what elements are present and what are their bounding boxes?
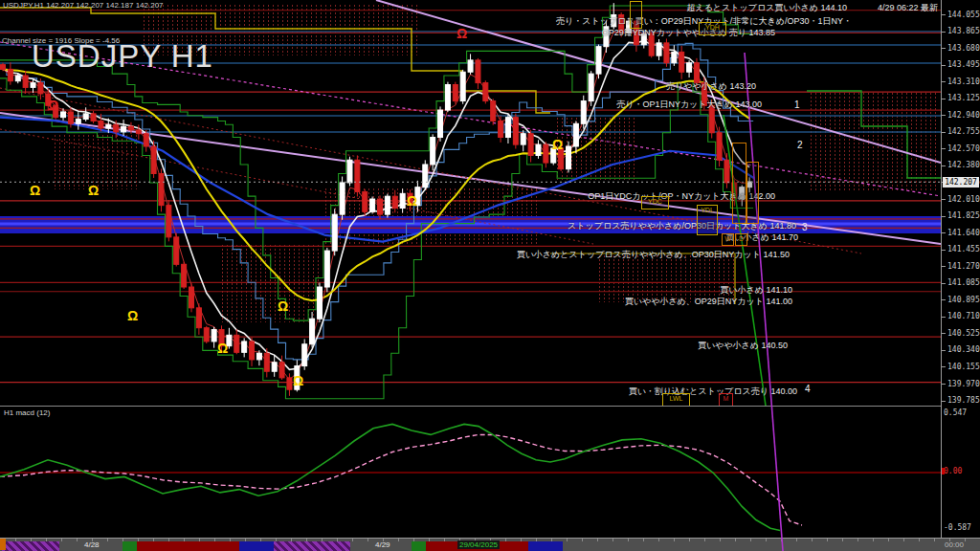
axis-tick	[942, 199, 946, 200]
timeline-date-1: 4/28	[84, 540, 100, 549]
price-axis-label: 141.455	[947, 245, 980, 253]
wave-count-label: 1	[794, 99, 800, 110]
timeline-session-block	[122, 541, 137, 551]
axis-tick	[942, 132, 946, 133]
symbol-ohlc-line: USDJPY,H1 142.207 142.207 142.187 142.20…	[3, 1, 164, 10]
timeline-session-block	[412, 541, 426, 551]
macd-panel[interactable]	[0, 406, 941, 539]
timeline-session-block	[274, 541, 350, 551]
price-axis-label: 139.970	[947, 380, 980, 388]
price-axis[interactable]: 142.207 144.055143.865143.680143.495143.…	[941, 0, 980, 538]
macd-axis-zero: 0.00	[944, 467, 962, 475]
price-axis-label: 141.640	[947, 229, 980, 237]
pivot-marker-box	[630, 1, 642, 29]
price-axis-label: 141.825	[947, 211, 980, 220]
price-axis-label: 143.125	[947, 94, 980, 102]
omega-signal-icon: Ω	[407, 194, 417, 208]
axis-tick	[942, 32, 946, 33]
timeline-date-2: 4/29	[375, 540, 390, 549]
wave-count-label: 4	[805, 384, 811, 394]
macd-axis-top: 0.547	[944, 408, 967, 417]
timeline-strip[interactable]: 4/28 4/29 29/04/2025 00:00	[0, 538, 980, 551]
axis-tick	[942, 232, 946, 233]
axis-tick	[942, 14, 946, 15]
pivot-marker-box: YDH	[699, 22, 726, 35]
macd-zero-marker	[942, 468, 945, 474]
order-annotation: 買い小さめとストップロス売りやや小さめ、OP30日NYカット 141.50	[0, 249, 790, 261]
omega-signal-icon: Ω	[30, 184, 40, 197]
timeline-session-block	[239, 541, 274, 551]
order-annotation: 売り・OP1日NYカット大きめ 143.00	[0, 99, 762, 111]
axis-tick	[942, 299, 946, 300]
price-axis-label: 140.155	[947, 363, 980, 371]
channel-info-label: Channel size = 1916 Slope = -4.56	[2, 36, 120, 45]
price-axis-label: 143.865	[947, 27, 980, 35]
omega-signal-icon: Ω	[293, 374, 303, 387]
timeline-session-block	[528, 541, 563, 551]
axis-tick	[942, 317, 946, 318]
price-axis-label: 142.755	[947, 127, 980, 136]
order-annotation: 買い小さめ 141.70	[0, 231, 798, 244]
pivot-marker-box: YDC	[641, 196, 669, 209]
axis-tick	[942, 48, 946, 49]
wave-count-label: 3	[802, 222, 808, 232]
timeline-badge: 29/04/2025	[457, 540, 500, 549]
axis-tick	[942, 81, 946, 82]
pivot-marker-box	[746, 162, 759, 224]
axis-tick	[942, 250, 946, 251]
macd-line	[0, 424, 780, 530]
order-annotation: 買いやや小さめ 140.50	[0, 340, 788, 352]
symbol-label: USDJPY,H1	[3, 1, 44, 10]
pivot-marker-box: LWL	[662, 393, 690, 406]
timeline-corner-marker	[0, 539, 6, 550]
current-price-tag: 142.207	[943, 177, 979, 187]
price-axis-label: 140.895	[947, 296, 980, 304]
omega-signal-icon: Ω	[457, 27, 467, 40]
ohlc-values: 142.207 142.207 142.187 142.207	[46, 1, 163, 10]
axis-tick	[942, 99, 946, 99]
price-axis-label: 141.085	[947, 278, 980, 287]
price-axis-label: 142.570	[947, 144, 980, 153]
macd-svg	[0, 407, 941, 539]
axis-tick	[942, 266, 946, 267]
axis-tick	[942, 115, 946, 116]
price-axis-label: 144.055	[947, 11, 980, 19]
pivot-marker-box: YDL	[697, 205, 718, 235]
omega-signal-icon: Ω	[278, 299, 288, 313]
axis-tick	[942, 384, 946, 385]
chart-datetime: 4/29 06:22 最新	[878, 2, 938, 14]
omega-signal-icon: Ω	[88, 184, 99, 197]
price-axis-label: 141.270	[947, 262, 980, 271]
order-annotation: 買いやや小さめ、OP29日NYカット 141.00	[0, 296, 792, 308]
price-axis-label: 139.785	[947, 396, 980, 405]
axis-tick	[942, 401, 946, 402]
pivot-marker-box: W	[722, 233, 734, 246]
omega-signal-icon: Ω	[48, 99, 58, 112]
omega-signal-icon: Ω	[127, 309, 138, 322]
pivot-marker-box: M	[719, 393, 733, 406]
axis-tick	[942, 366, 946, 367]
axis-tick	[942, 350, 946, 351]
macd-indicator-label: H1 macd (12)	[4, 408, 50, 417]
price-axis-label: 143.680	[947, 44, 980, 53]
wave-count-label: 2	[797, 140, 803, 150]
chart-window: 超えるとストップロス買い小さめ 144.10売り・ストップロス買い：OP29日N…	[0, 0, 980, 551]
order-annotation: 売りやや小さめ 143.20	[0, 80, 756, 93]
omega-signal-icon: Ω	[552, 138, 563, 151]
price-axis-label: 140.340	[947, 345, 980, 354]
price-axis-label: 142.380	[947, 161, 980, 169]
macd-signal-line	[0, 434, 802, 525]
price-axis-label: 140.710	[947, 312, 980, 320]
pivot-marker-box: D	[735, 233, 747, 246]
pivot-marker-box	[732, 143, 746, 224]
price-axis-label: 143.310	[947, 77, 980, 86]
price-axis-label: 142.940	[947, 111, 980, 120]
axis-tick	[942, 165, 946, 166]
timeline-session-block	[2, 541, 59, 551]
axis-tick	[942, 148, 946, 149]
axis-tick	[942, 216, 946, 217]
axis-tick	[942, 283, 946, 284]
time-axis-end-label: 00:00	[945, 540, 964, 549]
price-axis-label: 142.010	[947, 195, 980, 204]
timeline-session-block	[137, 541, 239, 551]
